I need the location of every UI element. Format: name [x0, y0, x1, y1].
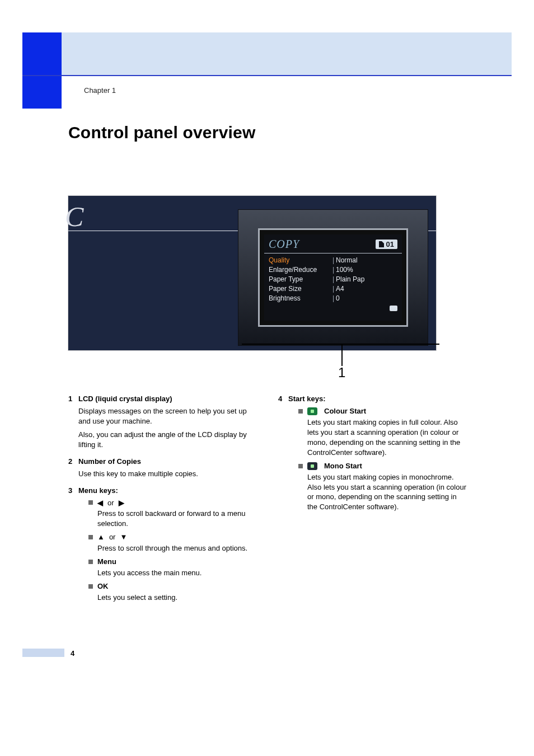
lcd-header: COPY 01 — [264, 234, 402, 253]
callout-number: 1 — [338, 365, 345, 381]
sub-item: OK Lets you select a setting. — [88, 581, 258, 603]
mono-start-label: Mono Start — [324, 461, 362, 471]
callout-connector — [341, 344, 343, 366]
product-model-glyph: C — [65, 203, 87, 229]
list-number: 1 — [68, 394, 78, 453]
lcd-row-value: 100% — [336, 265, 353, 275]
list-item-title: Number of Copies — [78, 457, 258, 467]
list-item-title: LCD (liquid crystal display) — [78, 394, 258, 404]
lcd-row-value: 0 — [336, 294, 340, 303]
square-bullet-icon — [88, 535, 93, 539]
sub-item: Menu Lets you access the main menu. — [88, 557, 258, 578]
lcd-row-value: A4 — [336, 284, 344, 294]
ok-key-label: OK — [97, 581, 109, 591]
sub-item-text: Lets you select a setting. — [97, 593, 258, 603]
list-number: 2 — [68, 457, 78, 482]
list-item: 2 Number of Copies Use this key to make … — [68, 457, 258, 482]
list-item: 4 Start keys: Colour Start Lets you star… — [278, 394, 468, 515]
lcd-row-label: Enlarge/Reduce — [269, 265, 332, 275]
list-number: 4 — [278, 394, 288, 515]
list-item-title: Menu keys: — [78, 486, 258, 496]
lcd-copy-count: 01 — [386, 240, 394, 248]
list-item-title: Start keys: — [288, 394, 468, 404]
colour-start-key-icon — [307, 407, 317, 415]
list-number: 3 — [68, 486, 78, 606]
or-text: or — [109, 532, 116, 542]
footer-accent-bar — [22, 649, 64, 657]
lcd-settings-list: Quality | Normal Enlarge/Reduce | 100% P… — [264, 253, 402, 304]
sub-item: Colour Start Lets you start making copie… — [298, 406, 468, 458]
square-bullet-icon — [298, 464, 303, 468]
sub-item: ▲ or ▼ Press to scroll through the menus… — [88, 532, 258, 553]
lcd-row: Quality | Normal — [269, 256, 397, 265]
sub-item-text: Lets you start making copies in full col… — [307, 417, 468, 458]
lcd-row-value: Normal — [336, 256, 358, 265]
list-item: 1 LCD (liquid crystal display) Displays … — [68, 394, 258, 453]
list-item-text: Also, you can adjust the angle of the LC… — [78, 430, 258, 450]
lcd-row-label: Paper Type — [269, 275, 332, 284]
lcd-row: Enlarge/Reduce | 100% — [269, 265, 397, 275]
callout-connector — [242, 344, 439, 345]
colour-start-label: Colour Start — [324, 406, 366, 416]
sub-item-text: Lets you access the main menu. — [97, 568, 258, 578]
sub-item-text: Press to scroll through the menus and op… — [97, 543, 258, 553]
chapter-label: Chapter 1 — [84, 86, 116, 95]
right-column: 4 Start keys: Colour Start Lets you star… — [278, 394, 468, 609]
lcd-row-label: Brightness — [269, 294, 332, 303]
lcd-frame: COPY 01 Quality | Normal Enl — [260, 230, 406, 325]
lcd-copy-count-badge: 01 — [376, 240, 397, 249]
document-page: Chapter 1 Control panel overview C COPY … — [0, 0, 534, 756]
list-item: 3 Menu keys: ◀ or ▶ Press to scroll back… — [68, 486, 258, 606]
header-banner — [22, 32, 512, 76]
square-bullet-icon — [88, 500, 93, 505]
product-illustration: C COPY 01 Quality | — [68, 196, 436, 350]
right-arrow-icon: ▶ — [119, 498, 124, 508]
square-bullet-icon — [88, 560, 93, 564]
lcd-row-value: Plain Pap — [336, 275, 364, 284]
mono-start-key-icon — [307, 462, 317, 470]
left-column: 1 LCD (liquid crystal display) Displays … — [68, 394, 258, 609]
list-item-text: Use this key to make multiple copies. — [78, 469, 258, 479]
lcd-row: Paper Size | A4 — [269, 284, 397, 294]
sub-list: ◀ or ▶ Press to scroll backward or forwa… — [88, 498, 258, 603]
left-arrow-icon: ◀ — [97, 498, 103, 508]
lcd-footer — [264, 304, 402, 313]
page-number: 4 — [71, 649, 74, 658]
up-arrow-icon: ▲ — [97, 532, 105, 542]
lcd-mode-title: COPY — [269, 238, 376, 251]
lcd-bezel: COPY 01 Quality | Normal Enl — [238, 209, 428, 346]
sub-item-text: Press to scroll backward or forward to a… — [97, 509, 258, 529]
side-tab-accent — [22, 76, 62, 109]
lcd-screen: COPY 01 Quality | Normal Enl — [264, 234, 402, 321]
menu-key-label: Menu — [97, 557, 116, 567]
sub-item: Mono Start Lets you start making copies … — [298, 461, 468, 513]
square-bullet-icon — [88, 584, 93, 589]
page-title: Control panel overview — [68, 123, 255, 142]
lcd-row-label: Paper Size — [269, 284, 332, 294]
sub-item-text: Lets you start making copies in monochro… — [307, 472, 468, 513]
list-item-text: Displays messages on the screen to help … — [78, 406, 258, 426]
header-banner-accent — [22, 32, 62, 75]
document-icon — [379, 241, 384, 247]
sub-list: Colour Start Lets you start making copie… — [298, 406, 468, 512]
lcd-row: Brightness | 0 — [269, 294, 397, 303]
sub-item: ◀ or ▶ Press to scroll backward or forwa… — [88, 498, 258, 529]
or-text: or — [107, 498, 114, 508]
square-bullet-icon — [298, 409, 303, 414]
body-columns: 1 LCD (liquid crystal display) Displays … — [68, 394, 468, 609]
lcd-scroll-icon — [390, 306, 397, 311]
lcd-row-label: Quality — [269, 256, 332, 265]
lcd-row: Paper Type | Plain Pap — [269, 275, 397, 284]
down-arrow-icon: ▼ — [120, 532, 127, 542]
